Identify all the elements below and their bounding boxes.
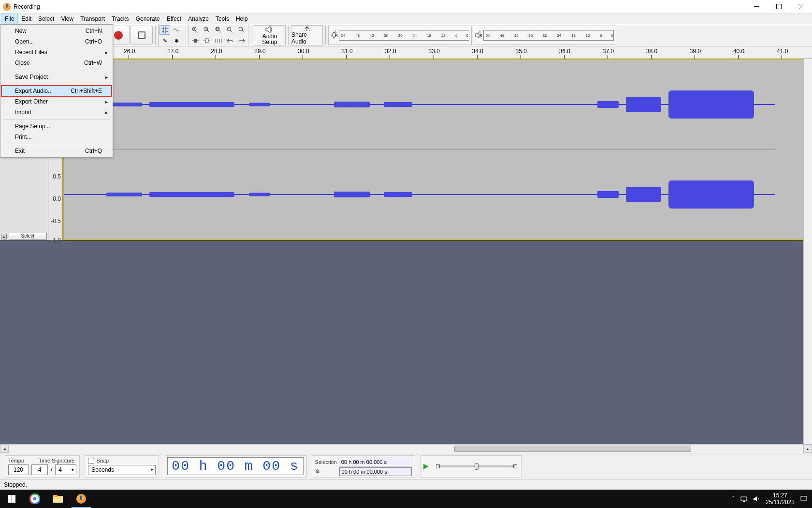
file-menu-recent-files[interactable]: Recent Files▸ — [1, 47, 112, 58]
svg-rect-0 — [754, 6, 759, 7]
menu-view[interactable]: View — [58, 14, 77, 24]
timesig-denominator[interactable]: 4 — [55, 464, 76, 475]
start-button[interactable] — [0, 490, 23, 508]
redo-icon[interactable] — [236, 36, 247, 45]
silence-icon[interactable] — [202, 36, 212, 45]
svg-rect-21 — [741, 497, 747, 501]
file-menu-new[interactable]: NewCtrl+N — [1, 26, 112, 36]
menubar: FileEditSelectViewTransportTracksGenerat… — [0, 14, 812, 24]
app-logo — [3, 3, 11, 11]
file-menu-close[interactable]: CloseCtrl+W — [1, 58, 112, 68]
selection-start[interactable]: 00 h 00 m 00.000 s — [339, 458, 411, 466]
file-menu-open[interactable]: Open...Ctrl+O — [1, 36, 112, 47]
status-text: Stopped. — [4, 481, 27, 488]
menu-analyze[interactable]: Analyze — [185, 14, 212, 24]
bottom-toolbar: Tempo Time Signature 120 4 / 4 Snap Seco… — [0, 453, 812, 479]
svg-rect-22 — [743, 501, 745, 502]
svg-point-8 — [239, 27, 243, 31]
menu-tracks[interactable]: Tracks — [108, 14, 132, 24]
tray-chevron-icon[interactable]: ˄ — [732, 495, 735, 502]
svg-rect-19 — [53, 495, 58, 497]
file-menu-import[interactable]: Import▸ — [1, 107, 112, 118]
maximize-button[interactable] — [768, 0, 790, 14]
snap-checkbox[interactable]: Snap — [88, 458, 109, 464]
menu-help[interactable]: Help — [232, 14, 251, 24]
menu-edit[interactable]: Edit — [18, 14, 35, 24]
tray-notifications-icon[interactable] — [800, 496, 807, 502]
audio-track: ▴ Select 1.00.50.0-0.5-1.0 — [0, 59, 812, 241]
envelope-tool-icon[interactable] — [171, 25, 182, 35]
fit-project-icon[interactable] — [225, 25, 235, 35]
chrome-icon[interactable] — [23, 490, 46, 508]
draw-tool-icon[interactable]: ✎ — [160, 36, 170, 45]
track-menu-button[interactable]: ▴ — [1, 234, 7, 239]
track-select-button[interactable]: Select — [9, 233, 47, 239]
svg-rect-6 — [217, 28, 218, 30]
selection-end[interactable]: 00 h 00 m 00.000 s — [339, 467, 412, 476]
timesig-label: Time Signature — [39, 458, 74, 463]
svg-point-5 — [216, 27, 219, 31]
playback-meter[interactable]: LR -54-48-42-36-30-24-18-12-60 — [473, 26, 616, 45]
waveform-display[interactable] — [63, 59, 812, 240]
horizontal-scrollbar[interactable]: ◂ ▸ — [0, 444, 812, 453]
svg-rect-1 — [776, 4, 781, 9]
audio-setup-button[interactable]: Audio Setup — [254, 25, 286, 45]
scroll-thumb[interactable] — [454, 446, 691, 452]
menu-transport[interactable]: Transport — [77, 14, 108, 24]
status-bar: Stopped. — [0, 479, 812, 490]
vertical-scrollbar[interactable] — [803, 59, 812, 444]
multi-tool-icon[interactable]: ✱ — [171, 36, 182, 45]
tray-clock[interactable]: 15:2725/11/2023 — [766, 492, 795, 506]
file-menu-exit[interactable]: ExitCtrl+Q — [1, 146, 112, 156]
menu-select[interactable]: Select — [35, 14, 58, 24]
file-explorer-icon[interactable] — [46, 490, 70, 508]
tempo-input[interactable]: 120 — [8, 464, 29, 475]
menu-tools[interactable]: Tools — [212, 14, 232, 24]
selection-label: Selection — [315, 459, 337, 465]
audacity-taskbar-icon[interactable] — [70, 490, 93, 508]
scroll-right-button[interactable]: ▸ — [803, 445, 812, 453]
sync-lock-icon[interactable] — [213, 36, 224, 45]
fit-selection-icon[interactable] — [213, 25, 224, 35]
zoom-toggle-icon[interactable] — [236, 25, 247, 35]
taskbar: ˄ 15:2725/11/2023 — [0, 490, 812, 508]
record-meter[interactable]: LR -54-48-42-36-30-24-18-12-60 — [328, 26, 472, 45]
trim-icon[interactable] — [190, 36, 201, 45]
file-menu-print[interactable]: Print... — [1, 132, 112, 142]
svg-rect-10 — [205, 39, 208, 43]
file-menu-save-project[interactable]: Save Project▸ — [1, 72, 112, 82]
file-menu-export-audio[interactable]: Export Audio...Ctrl+Shift+E — [1, 86, 112, 96]
svg-rect-9 — [194, 39, 197, 43]
timeline-ruler[interactable]: 25.026.027.028.029.030.031.032.033.034.0… — [0, 46, 812, 59]
playback-speed-slider[interactable] — [438, 465, 515, 467]
loop-button[interactable] — [130, 26, 153, 45]
scroll-left-button[interactable]: ◂ — [0, 445, 9, 453]
zoom-in-icon[interactable] — [190, 25, 201, 35]
tray-volume-icon[interactable] — [753, 496, 760, 502]
play-at-speed-button[interactable]: ▶ — [423, 462, 432, 471]
menu-file[interactable]: File — [1, 14, 18, 24]
share-audio-button[interactable]: Share Audio — [291, 25, 323, 45]
zoom-out-icon[interactable] — [202, 25, 212, 35]
undo-icon[interactable] — [225, 36, 235, 45]
selection-tool-icon[interactable] — [160, 25, 170, 35]
file-menu-export-other[interactable]: Export Other▸ — [1, 96, 112, 107]
svg-rect-23 — [801, 496, 807, 500]
timesig-numerator[interactable]: 4 — [31, 464, 48, 475]
file-menu-page-setup[interactable]: Page Setup... — [1, 121, 112, 132]
menu-generate[interactable]: Generate — [132, 14, 163, 24]
file-menu-dropdown: NewCtrl+NOpen...Ctrl+ORecent Files▸Close… — [0, 24, 113, 158]
close-button[interactable] — [790, 0, 812, 14]
time-counter[interactable]: 00 h 00 m 00 s — [167, 457, 303, 475]
snap-unit-select[interactable]: Seconds — [88, 465, 156, 475]
svg-point-7 — [227, 27, 231, 31]
toolbar: ✎ ✱ Audio Setup Share Audio — [0, 24, 812, 46]
svg-rect-20 — [53, 497, 63, 503]
menu-effect[interactable]: Effect — [163, 14, 185, 24]
tray-network-icon[interactable] — [740, 496, 747, 502]
tempo-label: Tempo — [8, 458, 24, 463]
gear-icon[interactable]: ⚙ — [315, 468, 337, 475]
track-area: ▴ Select 1.00.50.0-0.5-1.0 — [0, 59, 812, 444]
window-title: Recording — [14, 3, 40, 10]
